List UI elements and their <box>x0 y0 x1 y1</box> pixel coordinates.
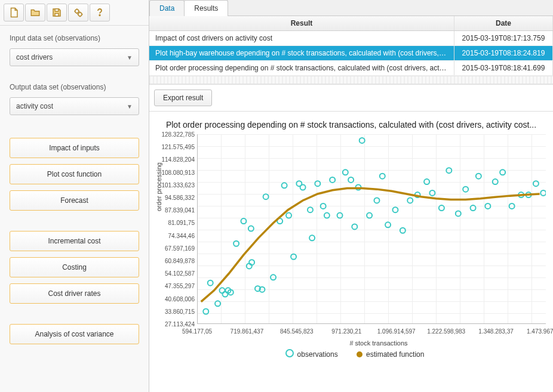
forecast-button[interactable]: Forecast <box>10 190 139 211</box>
output-dataset-label: Output data set (observations) <box>0 75 149 94</box>
x-tick: 1.096.914,597 <box>377 328 416 335</box>
svg-point-4 <box>99 15 100 16</box>
svg-point-40 <box>374 197 379 203</box>
svg-point-15 <box>248 226 254 232</box>
tab-results[interactable]: Results <box>184 0 228 16</box>
input-dataset-label: Input data set (observations) <box>0 26 149 45</box>
svg-point-47 <box>424 179 429 184</box>
export-result-button[interactable]: Export result <box>154 89 212 106</box>
settings-button[interactable] <box>68 4 88 21</box>
incremental-cost-button[interactable]: Incremental cost <box>10 231 139 251</box>
svg-point-56 <box>493 179 498 184</box>
svg-point-32 <box>330 177 335 183</box>
svg-point-38 <box>360 138 365 143</box>
cost-driver-rates-button[interactable]: Cost driver rates <box>10 283 139 304</box>
chart-area: order processing 128.322,785121.575,4951… <box>149 132 553 392</box>
svg-point-45 <box>407 197 413 203</box>
cell-result: Plot order processing depending on # sto… <box>149 61 454 75</box>
svg-point-31 <box>324 213 330 218</box>
table-row[interactable]: Plot order processing depending on # sto… <box>149 61 553 76</box>
input-dataset-select[interactable]: cost drivers ▼ <box>10 48 139 66</box>
svg-point-44 <box>400 228 405 233</box>
svg-point-24 <box>291 254 296 260</box>
svg-point-41 <box>380 174 385 179</box>
svg-point-30 <box>321 203 326 209</box>
chart-title: Plot order processing depending on # sto… <box>149 112 553 132</box>
svg-rect-1 <box>55 9 59 11</box>
col-date: Date <box>454 16 553 30</box>
y-tick: 67.597,169 <box>159 245 195 251</box>
help-icon <box>94 7 105 18</box>
svg-point-23 <box>286 213 291 218</box>
svg-point-52 <box>463 187 468 192</box>
svg-point-49 <box>439 205 444 211</box>
plot-svg <box>197 134 546 324</box>
plot-cost-function-button[interactable]: Plot cost function <box>10 164 139 184</box>
horizontal-scrollbar[interactable] <box>149 76 553 84</box>
impact-of-inputs-button[interactable]: Impact of inputs <box>10 138 139 158</box>
svg-point-6 <box>208 280 213 286</box>
x-tick: 971.230,21 <box>331 328 361 335</box>
analysis-of-cost-variance-button[interactable]: Analysis of cost variance <box>10 324 139 344</box>
output-dataset-select[interactable]: activity cost ▼ <box>10 97 139 115</box>
svg-point-58 <box>509 203 515 209</box>
settings-gears-icon <box>73 7 84 18</box>
svg-point-54 <box>476 174 481 179</box>
svg-point-20 <box>271 274 276 280</box>
legend: observations estimated function <box>164 349 546 359</box>
save-icon <box>51 7 62 18</box>
help-button[interactable] <box>90 4 110 21</box>
y-tick: 94.586,332 <box>159 195 195 201</box>
svg-point-48 <box>429 190 435 196</box>
tabs: Data Results <box>149 0 553 16</box>
chevron-down-icon: ▼ <box>127 103 133 110</box>
input-dataset-value: cost drivers <box>16 53 53 61</box>
y-tick: 54.102,587 <box>159 270 195 277</box>
svg-point-57 <box>500 169 505 175</box>
x-tick: 594.177,05 <box>182 328 212 335</box>
results-table: Result Date Impact of cost drivers on ac… <box>149 16 553 85</box>
open-folder-button[interactable] <box>25 4 45 21</box>
y-tick: 81.091,75 <box>159 220 195 226</box>
y-tick: 47.355,297 <box>159 283 195 289</box>
cell-result: Plot high-bay warehouse depending on # s… <box>149 46 454 60</box>
svg-point-12 <box>234 241 239 246</box>
new-file-button[interactable] <box>4 4 24 21</box>
svg-point-62 <box>540 190 546 196</box>
chevron-down-icon: ▼ <box>127 54 133 61</box>
save-button[interactable] <box>47 4 67 21</box>
svg-point-42 <box>385 222 391 227</box>
cell-date: 2015-03-19T08:18:41.699 <box>454 61 553 75</box>
svg-point-3 <box>78 13 82 16</box>
svg-point-28 <box>309 235 315 240</box>
y-tick: 74.344,46 <box>159 232 195 239</box>
svg-point-43 <box>392 207 398 212</box>
svg-point-5 <box>203 308 208 314</box>
svg-point-7 <box>215 301 220 306</box>
svg-point-53 <box>471 205 476 211</box>
new-file-icon <box>8 7 19 18</box>
legend-estimated-function: estimated function <box>357 350 424 359</box>
table-row[interactable]: Impact of cost drivers on activity cost2… <box>149 31 553 46</box>
tab-data[interactable]: Data <box>149 0 185 16</box>
costing-button[interactable]: Costing <box>10 257 139 277</box>
svg-point-13 <box>241 218 246 224</box>
svg-point-51 <box>456 211 461 216</box>
button-group-3: Analysis of cost variance <box>0 322 149 350</box>
table-row[interactable]: Plot high-bay warehouse depending on # s… <box>149 46 553 61</box>
svg-point-55 <box>485 203 490 209</box>
main-panel: Data Results Result Date Impact of cost … <box>149 0 553 392</box>
x-tick: 1.348.283,37 <box>478 328 513 335</box>
svg-rect-0 <box>55 14 59 17</box>
y-tick: 121.575,495 <box>159 144 195 150</box>
cell-result: Impact of cost drivers on activity cost <box>149 31 454 45</box>
svg-point-34 <box>343 169 348 175</box>
sidebar: Input data set (observations) cost drive… <box>0 0 149 392</box>
svg-point-61 <box>533 181 539 186</box>
y-tick: 114.828,204 <box>159 156 195 163</box>
col-result: Result <box>149 16 454 30</box>
svg-point-35 <box>348 177 354 183</box>
y-tick: 87.839,041 <box>159 207 195 214</box>
svg-point-36 <box>352 224 357 229</box>
svg-point-29 <box>315 181 320 186</box>
